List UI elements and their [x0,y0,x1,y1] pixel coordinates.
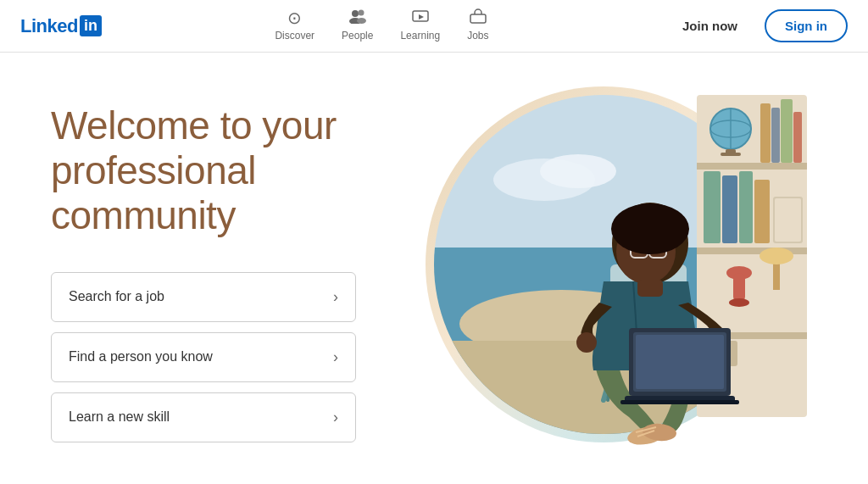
svg-rect-28 [722,175,737,243]
svg-rect-22 [721,153,741,156]
auth-buttons: Join now Sign in [662,9,848,42]
chevron-right-icon: › [333,348,338,366]
svg-rect-25 [781,99,793,163]
svg-point-34 [760,248,793,264]
svg-rect-27 [704,171,721,243]
svg-point-37 [729,298,749,307]
svg-rect-23 [760,103,771,163]
action-list: Search for a job › Find a person you kno… [51,272,356,442]
svg-rect-6 [470,14,486,23]
svg-point-0 [352,10,359,17]
svg-rect-64 [620,400,739,404]
chevron-right-icon: › [333,288,338,306]
svg-rect-29 [739,171,753,243]
nav-label-people: People [342,30,373,42]
illustration-svg [409,78,815,476]
jobs-icon [469,8,487,26]
nav-item-learning[interactable]: Learning [390,0,450,53]
svg-rect-62 [636,335,724,389]
discover-icon: ⊙ [287,9,302,26]
headline: Welcome to your professional community [51,103,407,238]
action-find-person-label: Find a person you know [69,349,213,364]
nav-item-people[interactable]: People [331,0,383,53]
action-learn-skill[interactable]: Learn a new skill › [51,392,356,442]
illustration-container [409,78,815,476]
logo-text: Linked [20,15,78,37]
main-content: Welcome to your professional community S… [0,53,868,484]
svg-marker-5 [419,14,424,19]
svg-rect-26 [793,112,802,163]
learning-icon [411,8,430,26]
svg-point-1 [358,10,364,16]
nav-label-learning: Learning [400,30,440,42]
nav-label-jobs: Jobs [467,30,488,42]
action-search-job-label: Search for a job [69,289,164,304]
svg-rect-36 [733,273,745,303]
nav-item-jobs[interactable]: Jobs [457,0,498,53]
nav-item-discover[interactable]: ⊙ Discover [264,0,325,53]
svg-rect-30 [754,180,770,243]
logo[interactable]: Linkedin [20,15,102,37]
svg-rect-15 [697,163,807,170]
action-find-person[interactable]: Find a person you know › [51,332,356,382]
svg-rect-59 [637,280,663,297]
svg-point-52 [576,332,597,353]
site-header: Linkedin ⊙ Discover People [0,0,868,53]
svg-point-10 [540,154,616,188]
sign-in-button[interactable]: Sign in [765,9,848,42]
left-content: Welcome to your professional community S… [51,86,407,442]
hero-illustration [407,86,817,484]
svg-point-3 [357,18,366,24]
main-nav: ⊙ Discover People Learning [264,0,498,53]
logo-in: in [80,15,102,36]
people-icon [348,8,367,26]
svg-rect-24 [771,108,780,163]
nav-label-discover: Discover [275,30,314,42]
action-search-job[interactable]: Search for a job › [51,272,356,322]
headline-line1: Welcome to your [51,103,337,147]
join-now-button[interactable]: Join now [662,10,758,42]
headline-line2: professional community [51,148,256,237]
svg-point-58 [611,203,689,254]
action-learn-skill-label: Learn a new skill [69,409,170,425]
chevron-right-icon: › [333,409,338,426]
svg-rect-32 [775,198,801,242]
